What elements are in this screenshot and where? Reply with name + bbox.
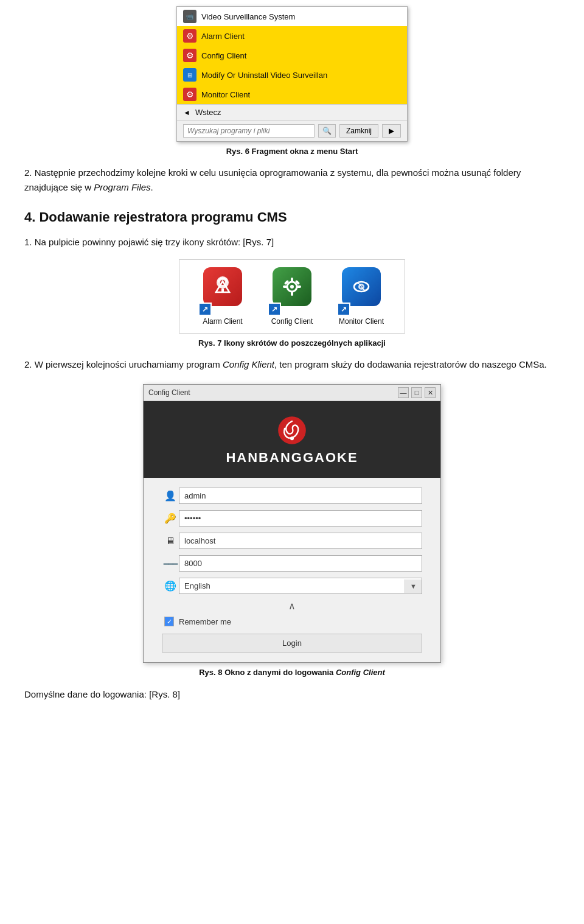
back-label[interactable]: Wstecz <box>195 108 221 117</box>
maximize-button[interactable]: □ <box>411 387 422 398</box>
item-1-text: Na pulpicie powinny pojawić się trzy iko… <box>35 237 274 247</box>
config-window-title: Config Client <box>148 388 190 397</box>
chevron-up-icon[interactable]: ∧ <box>288 600 296 612</box>
monitor-icon-graphic: ↗ <box>337 267 386 316</box>
chevron-row: ∧ <box>162 600 422 612</box>
monitor-label: Monitor Client <box>201 90 250 99</box>
password-icon: 🔑 <box>162 513 179 524</box>
alarm-icon-graphic: ↗ <box>198 267 247 316</box>
paragraph-2: 2. Następnie przechodzimy kolejne kroki … <box>24 166 560 195</box>
username-row: 👤 <box>162 488 422 504</box>
config-shortcut-arrow: ↗ <box>268 303 281 316</box>
item-1: 1. Na pulpicie powinny pojawić się trzy … <box>24 235 560 250</box>
vss-label: Video Surveillance System <box>201 12 295 21</box>
config-icon-main <box>273 267 311 306</box>
svg-point-5 <box>290 285 294 289</box>
fig6-caption: Rys. 6 Fragment okna z menu Start <box>226 147 358 156</box>
menu-item-monitor[interactable]: ⚙ Monitor Client <box>177 85 407 104</box>
language-row: 🌐 English ▼ <box>162 578 422 594</box>
remember-label: Remember me <box>179 617 231 626</box>
modify-label: Modify Or Uninstall Video Surveillan <box>201 71 327 80</box>
item-1-number: 1. <box>24 237 35 247</box>
section-4-heading: 4. Dodawanie rejestratora programu CMS <box>24 209 560 225</box>
monitor-icon-main <box>342 267 381 306</box>
modify-icon: ⊞ <box>183 68 196 82</box>
config-label: Config Client <box>201 51 246 60</box>
search-input[interactable] <box>183 124 315 138</box>
hanbanggaoke-logo-icon <box>277 416 307 445</box>
start-menu-window: 📹 Video Surveillance System ⚙ Alarm Clie… <box>176 6 408 142</box>
item-2-number: 2. <box>24 359 35 369</box>
menu-item-vss: 📹 Video Surveillance System <box>177 7 407 26</box>
language-select[interactable]: English ▼ <box>179 578 422 594</box>
config-client-icon-box: ↗ Config Client <box>259 267 325 326</box>
host-icon: 🖥 <box>162 536 179 547</box>
alarm-client-label: Alarm Client <box>203 317 242 326</box>
alarm-client-icon-box: ↗ Alarm Client <box>189 267 256 326</box>
config-titlebar: Config Client — □ ✕ <box>144 385 440 401</box>
page-content: 📹 Video Surveillance System ⚙ Alarm Clie… <box>24 6 560 699</box>
config-icon: ⚙ <box>183 49 196 62</box>
menu-item-config[interactable]: ⚙ Config Client <box>177 46 407 65</box>
monitor-shortcut-arrow: ↗ <box>337 303 350 316</box>
username-input[interactable] <box>179 488 422 504</box>
monitor-icon: ⚙ <box>183 88 196 101</box>
alarm-svg <box>210 274 235 299</box>
alarm-shortcut-arrow: ↗ <box>198 303 212 316</box>
port-input[interactable] <box>179 555 422 572</box>
fig8-caption-italic: Config Client <box>336 668 385 677</box>
svg-rect-7 <box>291 291 293 296</box>
svg-rect-6 <box>291 278 293 282</box>
alarm-icon: ⚙ <box>183 29 196 43</box>
fig7-caption: Rys. 7 Ikony skrótów do poszczególnych a… <box>198 338 386 348</box>
close-button[interactable]: Zamknij <box>339 124 378 138</box>
search-button[interactable]: 🔍 <box>318 124 336 138</box>
svg-rect-9 <box>296 285 301 288</box>
config-window: Config Client — □ ✕ HANBANGGAOKE <box>143 384 441 663</box>
config-client-screenshot: Config Client — □ ✕ HANBANGGAOKE <box>24 384 560 677</box>
config-icon-graphic: ↗ <box>268 267 316 316</box>
menu-item-modify[interactable]: ⊞ Modify Or Uninstall Video Surveillan <box>177 65 407 85</box>
back-row: ◄ Wstecz <box>177 105 407 121</box>
monitor-svg <box>349 274 374 299</box>
bottom-text: Domyślne dane do logowania: [Rys. 8] <box>24 689 560 699</box>
fig8-caption-text: Rys. 8 Okno z danymi do logowania <box>199 668 336 677</box>
icons-screenshot: ↗ Alarm Client <box>24 259 560 348</box>
config-client-label: Config Client <box>271 317 313 326</box>
monitor-client-label: Monitor Client <box>339 317 384 326</box>
remember-row: ✓ Remember me <box>162 617 422 626</box>
titlebar-buttons: — □ ✕ <box>398 387 436 398</box>
login-button[interactable]: Login <box>162 634 422 653</box>
language-value: English <box>179 578 405 593</box>
minimize-button[interactable]: — <box>398 387 409 398</box>
vss-icon: 📹 <box>183 10 196 23</box>
item-2-after: , ten program służy do dodawania rejestr… <box>274 359 547 369</box>
alarm-label: Alarm Client <box>201 32 245 41</box>
language-icon: 🌐 <box>162 580 179 592</box>
host-input[interactable] <box>179 533 422 549</box>
port-row: ═══ <box>162 555 422 572</box>
config-form: 👤 🔑 🖥 ═══ <box>144 478 440 662</box>
monitor-client-icon-box: ↗ Monitor Client <box>328 267 395 326</box>
item-2-italic: Config Klient <box>223 359 274 369</box>
paragraph-2-italic: Program Files <box>94 182 150 192</box>
close-window-button[interactable]: ✕ <box>425 387 436 398</box>
alarm-icon-main <box>203 267 242 306</box>
item-2-text: W pierwszej kolejności uruchamiamy progr… <box>35 359 223 369</box>
fig8-caption: Rys. 8 Okno z danymi do logowania Config… <box>199 668 385 677</box>
language-dropdown-arrow[interactable]: ▼ <box>405 579 422 593</box>
paragraph-2-number: 2. <box>24 167 32 178</box>
password-row: 🔑 <box>162 510 422 527</box>
paragraph-2-after: . <box>151 182 153 192</box>
icons-row: ↗ Alarm Client <box>179 259 405 334</box>
back-arrow-icon: ◄ <box>183 108 190 117</box>
arrow-button[interactable]: ▶ <box>382 124 401 138</box>
port-icon: ═══ <box>162 559 179 568</box>
menu-item-alarm[interactable]: ⚙ Alarm Client <box>177 26 407 46</box>
item-2: 2. W pierwszej kolejności uruchamiamy pr… <box>24 357 560 372</box>
svg-rect-8 <box>283 285 288 288</box>
user-icon: 👤 <box>162 490 179 502</box>
password-input[interactable] <box>179 510 422 527</box>
remember-checkbox[interactable]: ✓ <box>164 617 174 626</box>
start-menu-screenshot: 📹 Video Surveillance System ⚙ Alarm Clie… <box>24 6 560 156</box>
